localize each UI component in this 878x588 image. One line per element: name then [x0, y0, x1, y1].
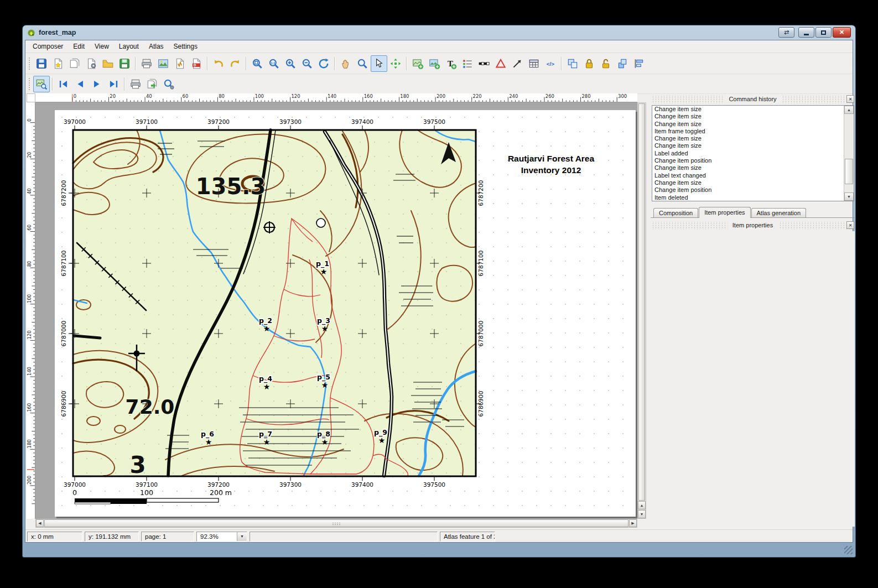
menu-atlas[interactable]: Atlas — [144, 41, 169, 51]
lock-items-button[interactable] — [581, 55, 598, 72]
history-scroll-up-button[interactable]: ▲ — [844, 106, 854, 114]
add-shape-button[interactable] — [492, 55, 509, 72]
history-item[interactable]: Change item position — [652, 186, 854, 194]
command-history-scrollbar[interactable]: ▲ ▼ — [844, 106, 854, 201]
maximize-button[interactable] — [815, 27, 832, 38]
atlas-first-feature-button[interactable] — [55, 76, 72, 92]
zoom-combo[interactable]: 92.3% ▼ — [196, 532, 247, 542]
new-composition-button[interactable] — [50, 55, 66, 72]
history-item[interactable]: Label added — [652, 150, 854, 157]
window-resize-grip[interactable] — [844, 546, 853, 554]
select-move-item-button[interactable] — [371, 55, 387, 72]
unlock-items-button[interactable] — [598, 55, 614, 72]
history-item[interactable]: Change item size — [652, 164, 854, 171]
toolbar-separator — [52, 77, 53, 91]
atlas-preview-button[interactable] — [33, 76, 50, 92]
add-html-button[interactable]: </> — [542, 55, 559, 72]
composition-manager-button[interactable] — [83, 55, 100, 72]
composition-content: 135.3 72.0 3 ★p_1★p_2★p_3★p_4★p_5★p_6★p_… — [55, 110, 636, 517]
menu-settings[interactable]: Settings — [169, 41, 202, 51]
zoom-full-button[interactable] — [249, 55, 266, 72]
history-item[interactable]: Label text changed — [652, 172, 854, 179]
zoom-out-button[interactable] — [299, 55, 315, 72]
print-atlas-button[interactable] — [127, 76, 144, 92]
minimize-button[interactable] — [798, 27, 814, 38]
zoom-dropdown-button[interactable]: ▼ — [237, 532, 247, 541]
scroll-right-button[interactable]: ▶ — [629, 519, 637, 527]
scroll-up-button[interactable]: ▲ — [638, 501, 646, 509]
history-item[interactable]: Item frame toggled — [652, 128, 854, 135]
redo-button[interactable] — [227, 55, 243, 72]
export-pdf-button[interactable] — [188, 55, 205, 72]
zoom-tool-button[interactable] — [354, 55, 371, 72]
export-svg-button[interactable] — [172, 55, 188, 72]
history-item[interactable]: Item deleted — [652, 194, 854, 201]
scalebar-item[interactable]: 0100200 m — [72, 488, 232, 504]
plot-star-icon: ★ — [378, 436, 386, 445]
export-atlas-button[interactable] — [144, 76, 160, 92]
print-button[interactable] — [138, 55, 155, 72]
menu-layout[interactable]: Layout — [114, 41, 144, 51]
svg-text:0: 0 — [72, 488, 77, 497]
group-items-button[interactable] — [564, 55, 581, 72]
move-item-content-button[interactable] — [387, 55, 404, 72]
svg-text:397200: 397200 — [207, 481, 230, 488]
svg-text:397300: 397300 — [279, 481, 302, 488]
export-image-button[interactable] — [155, 55, 172, 72]
add-new-map-button[interactable] — [409, 55, 426, 72]
add-scalebar-button[interactable] — [476, 55, 492, 72]
duplicate-composition-button[interactable] — [66, 55, 83, 72]
history-item[interactable]: Change item size — [652, 142, 854, 149]
align-items-button[interactable] — [631, 55, 647, 72]
shade-button[interactable]: ⇄ — [778, 27, 794, 38]
map-title-line2: Inventory 2012 — [521, 165, 581, 175]
atlas-last-feature-button[interactable] — [105, 76, 122, 92]
history-item[interactable]: Change item size — [652, 135, 854, 142]
close-button[interactable]: ✕ — [833, 27, 851, 38]
export-svg-icon — [174, 58, 186, 70]
atlas-next-feature-button[interactable] — [89, 76, 105, 92]
map-title-item[interactable]: Rautjarvi Forest Area Inventory 2012 — [508, 154, 595, 175]
scroll-down-button[interactable]: ▼ — [638, 510, 646, 518]
save-template-button[interactable] — [116, 55, 133, 72]
scroll-left-button[interactable]: ◀ — [36, 519, 44, 527]
pan-button[interactable] — [337, 55, 354, 72]
history-item[interactable]: Change item size — [652, 121, 854, 128]
map-item[interactable]: 135.3 72.0 3 ★p_1★p_2★p_3★p_4★p_5★p_6★p_… — [60, 118, 484, 488]
add-attribute-table-button[interactable] — [526, 55, 542, 72]
add-arrow-button[interactable] — [509, 55, 526, 72]
add-label-button[interactable]: T — [443, 55, 459, 72]
composition-page[interactable]: 135.3 72.0 3 ★p_1★p_2★p_3★p_4★p_5★p_6★p_… — [55, 110, 636, 517]
history-scroll-down-button[interactable]: ▼ — [844, 192, 854, 201]
history-item[interactable]: Change item size — [652, 113, 854, 120]
history-item[interactable]: Change item position — [652, 157, 854, 164]
add-legend-button[interactable] — [459, 55, 476, 72]
history-item[interactable]: Change item size — [652, 179, 854, 186]
command-history-close-icon[interactable]: ✕ — [846, 95, 854, 103]
horizontal-scrollbar-thumb[interactable] — [44, 519, 628, 527]
tab-atlas-generation[interactable]: Atlas generation — [751, 208, 807, 217]
refresh-view-button[interactable] — [315, 55, 332, 72]
history-scrollbar-thumb[interactable] — [845, 159, 853, 184]
add-image-button[interactable] — [426, 55, 443, 72]
tab-item-properties[interactable]: Item properties — [699, 207, 750, 218]
save-button[interactable] — [33, 55, 50, 72]
atlas-previous-feature-button[interactable] — [72, 76, 89, 92]
zoom-in-button[interactable] — [282, 55, 299, 72]
menu-view[interactable]: View — [90, 41, 114, 51]
history-item[interactable]: Change item size — [652, 106, 854, 113]
item-properties-close-icon[interactable]: ✕ — [846, 221, 854, 229]
load-template-button[interactable] — [100, 55, 116, 72]
titlebar[interactable]: forest_map ⇄ ✕ — [23, 25, 855, 40]
undo-button[interactable] — [210, 55, 227, 72]
atlas-settings-button[interactable] — [160, 76, 177, 92]
vertical-scrollbar-thumb[interactable] — [638, 103, 645, 501]
menu-edit[interactable]: Edit — [68, 41, 90, 51]
vertical-scrollbar[interactable]: ▲ ▼ — [637, 102, 646, 519]
raise-items-button[interactable] — [614, 55, 631, 72]
tab-composition[interactable]: Composition — [653, 208, 698, 217]
zoom-actual-button[interactable]: 1:1 — [266, 55, 282, 72]
horizontal-scrollbar[interactable]: ◀ ▶ — [35, 519, 637, 528]
menu-composer[interactable]: Composer — [28, 41, 68, 51]
composition-viewport[interactable]: 135.3 72.0 3 ★p_1★p_2★p_3★p_4★p_5★p_6★p_… — [35, 102, 637, 519]
